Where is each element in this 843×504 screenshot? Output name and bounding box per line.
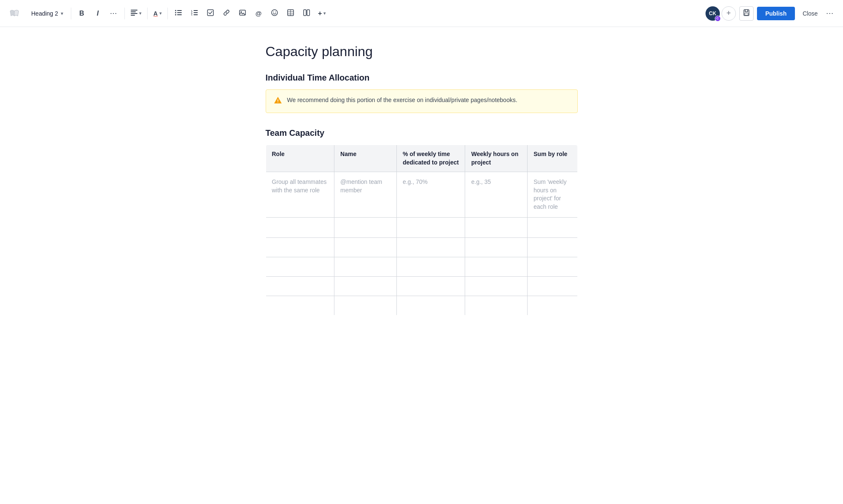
add-collaborator-button[interactable]: + [722,6,736,21]
warning-box: We recommend doing this portion of the e… [266,89,578,113]
table-row [266,257,577,277]
more-options-button[interactable]: ··· [824,7,836,20]
more-formatting-button[interactable]: ··· [107,6,121,21]
empty-cell[interactable] [528,238,577,257]
align-icon [131,10,137,17]
svg-point-22 [275,11,276,12]
empty-cell[interactable] [266,277,334,296]
align-chevron-icon: ▾ [139,11,141,16]
svg-rect-3 [131,13,137,14]
empty-cell[interactable] [334,257,397,277]
cell-sum-placeholder[interactable]: Sum 'weekly hours on project' for each r… [528,172,577,217]
warning-message: We recommend doing this portion of the e… [287,96,517,105]
user-avatar[interactable]: CK C [706,6,720,21]
publish-button[interactable]: Publish [757,7,795,20]
checkbox-button[interactable] [203,6,218,21]
empty-cell[interactable] [528,296,577,315]
more-icon: ··· [110,10,117,16]
empty-cell[interactable] [266,238,334,257]
link-button[interactable] [219,6,234,21]
bold-button[interactable]: B [75,6,89,21]
emoji-button[interactable] [267,6,282,21]
empty-cell[interactable] [396,277,465,296]
color-chevron-icon: ▾ [159,11,162,16]
italic-button[interactable]: I [91,6,105,21]
empty-cell[interactable] [396,257,465,277]
bullet-list-button[interactable] [171,6,186,21]
empty-cell[interactable] [465,296,528,315]
layout-button[interactable] [299,6,314,21]
svg-rect-8 [177,12,182,13]
cell-pct-placeholder[interactable]: e.g., 70% [396,172,465,217]
plus-icon: + [318,10,322,17]
svg-rect-17 [207,10,213,16]
table-icon [287,9,294,18]
empty-cell[interactable] [334,217,397,238]
more-icon: ··· [826,9,834,18]
mention-icon: @ [256,10,262,17]
toolbar-divider-1 [71,8,71,19]
svg-point-31 [277,102,278,103]
svg-point-20 [272,10,277,16]
svg-rect-2 [131,11,136,12]
svg-rect-14 [194,12,198,13]
table-row [266,277,577,296]
toolbar: Heading 2 ▾ B I ··· ▾ A ▾ [0,0,843,27]
svg-point-9 [175,14,176,15]
cell-name-placeholder[interactable]: @mention team member [334,172,397,217]
empty-cell[interactable] [266,296,334,315]
text-color-button[interactable]: A ▾ [151,6,164,21]
section1-heading: Individual Time Allocation [266,73,578,83]
warning-icon [274,96,282,107]
svg-rect-12 [194,10,198,11]
table-header-row: Role Name % of weekly time dedicated to … [266,145,577,172]
col-header-hours: Weekly hours on project [465,145,528,172]
empty-cell[interactable] [528,257,577,277]
content-area: Capacity planning Individual Time Alloca… [240,27,603,349]
empty-cell[interactable] [334,296,397,315]
empty-cell[interactable] [396,296,465,315]
cell-hours-placeholder[interactable]: e.g., 35 [465,172,528,217]
empty-cell[interactable] [465,257,528,277]
team-capacity-section: Team Capacity Role Name % of weekly time… [266,128,578,315]
table-row [266,238,577,257]
link-icon [223,9,230,18]
empty-cell[interactable] [396,238,465,257]
avatar-initials: CK [709,11,716,16]
svg-rect-10 [177,14,182,15]
bullet-list-icon [175,10,182,17]
alignment-button[interactable]: ▾ [128,6,144,21]
layout-icon [303,9,310,18]
svg-rect-16 [194,14,198,15]
close-label: Close [803,10,818,17]
empty-cell[interactable] [465,277,528,296]
empty-cell[interactable] [334,238,397,257]
save-button[interactable] [739,6,754,21]
empty-cell[interactable] [396,217,465,238]
empty-cell[interactable] [528,217,577,238]
add-icon: + [726,9,731,18]
app-logo[interactable] [7,6,22,21]
empty-cell[interactable] [334,277,397,296]
heading-style-selector[interactable]: Heading 2 ▾ [27,8,67,19]
toolbar-divider-3 [147,8,148,19]
table-button[interactable] [283,6,298,21]
empty-cell[interactable] [266,217,334,238]
svg-point-7 [175,12,176,13]
insert-more-button[interactable]: + ▾ [315,6,328,21]
close-button[interactable]: Close [798,8,822,19]
mention-button[interactable]: @ [251,6,266,21]
col-header-role: Role [266,145,334,172]
svg-text:3.: 3. [191,14,193,16]
toolbar-divider-2 [124,8,125,19]
svg-rect-28 [307,10,310,16]
empty-cell[interactable] [528,277,577,296]
numbered-list-button[interactable]: 1. 2. 3. [187,6,202,21]
image-button[interactable] [235,6,250,21]
avatar-badge: C [715,16,721,22]
capacity-table: Role Name % of weekly time dedicated to … [266,145,578,315]
empty-cell[interactable] [266,257,334,277]
cell-role-placeholder[interactable]: Group all teammates with the same role [266,172,334,217]
empty-cell[interactable] [465,217,528,238]
empty-cell[interactable] [465,238,528,257]
